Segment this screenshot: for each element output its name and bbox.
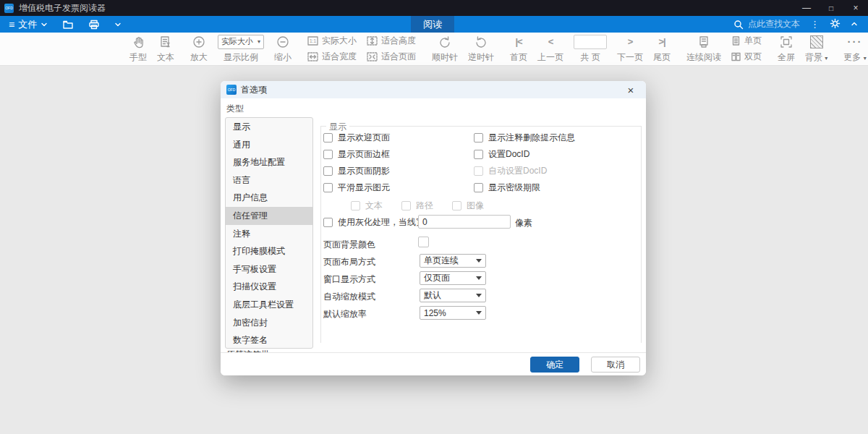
checkbox-row: 显示页面阴影 <box>323 165 390 177</box>
fit-height-icon <box>367 36 378 46</box>
sidebar-item-display[interactable]: 显示 <box>226 118 312 136</box>
window-display-label: 窗口显示方式 <box>323 273 375 286</box>
sidebar-item-print-mask[interactable]: 打印掩膜模式 <box>226 242 312 260</box>
zoom-scale-select[interactable]: 实际大小 ▾ <box>218 35 264 49</box>
sidebar-item-tablet-settings[interactable]: 手写板设置 <box>226 260 312 278</box>
sidebar-header: 类型 <box>226 103 244 115</box>
sidebar-item-user-info[interactable]: 用户信息 <box>226 189 312 207</box>
toolbar: 手型 文本 放大 实际大小 ▾ 显示比例 缩小 1:1 实际大小 <box>0 33 868 66</box>
dialog-title: 首选项 <box>241 84 621 96</box>
folder-icon <box>62 20 74 30</box>
last-page-button[interactable]: >| 尾页 <box>648 35 676 64</box>
hand-tool-button[interactable]: 手型 <box>124 35 152 64</box>
sidebar-item-annotation[interactable]: 注释 <box>226 225 312 243</box>
dialog-close-button[interactable]: × <box>621 81 640 98</box>
settings-button[interactable] <box>830 18 841 31</box>
caret-down-icon <box>476 311 482 315</box>
fit-width-label: 适合宽度 <box>322 51 357 63</box>
zoom-in-button[interactable]: 放大 <box>185 35 213 64</box>
next-page-label: 下一页 <box>617 51 643 64</box>
sidebar-item-digital-signature[interactable]: 数字签名 <box>226 331 312 349</box>
zoom-in-label: 放大 <box>190 51 208 64</box>
menu-bar: ≡ 文件 阅读 点此查找文本 ⋮ <box>0 16 868 33</box>
ok-button[interactable]: 确定 <box>530 357 579 373</box>
fullscreen-button[interactable]: 全屏 <box>773 35 800 64</box>
checkbox-label: 文本 <box>365 200 383 212</box>
single-page-button[interactable]: 单页 <box>731 35 762 47</box>
one-to-one-icon: 1:1 <box>307 36 318 46</box>
page-layout-select[interactable]: 单页连续 <box>420 254 486 268</box>
gear-icon <box>830 18 841 29</box>
fullscreen-label: 全屏 <box>778 51 795 64</box>
zoom-out-button[interactable]: 缩小 <box>269 35 297 64</box>
print-button[interactable] <box>88 20 100 30</box>
fit-width-button[interactable]: 适合宽度 <box>307 51 357 63</box>
text-select-button[interactable]: 文本 <box>152 35 179 64</box>
tab-read[interactable]: 阅读 <box>411 16 454 33</box>
last-page-label: 尾页 <box>653 51 671 64</box>
default-zoom-select[interactable]: 125% <box>420 306 486 320</box>
sidebar-item-service-address[interactable]: 服务地址配置 <box>226 153 312 171</box>
collapse-toolbar-button[interactable] <box>851 19 858 30</box>
ellipsis-icon: ··· <box>848 35 863 49</box>
checkbox-set-docid[interactable] <box>474 150 483 159</box>
cancel-button[interactable]: 取消 <box>591 357 640 373</box>
checkbox-show-security-period[interactable] <box>474 183 483 192</box>
sidebar-item-encrypted-envelope[interactable]: 加密信封 <box>226 314 312 332</box>
background-icon <box>810 35 823 49</box>
maximize-button[interactable]: □ <box>819 0 843 16</box>
sidebar-item-general[interactable]: 通用 <box>226 136 312 154</box>
toolbar-expand-button[interactable] <box>114 21 122 28</box>
rotate-clockwise-button[interactable]: 顺时针 <box>427 35 463 64</box>
checkbox-smooth-graphics[interactable] <box>323 183 333 192</box>
first-page-button[interactable]: |< 首页 <box>505 35 532 64</box>
page-bg-color-swatch[interactable] <box>418 237 429 247</box>
select-value: 仅页面 <box>424 272 450 284</box>
checkbox-row: 平滑显示图元 <box>323 182 390 194</box>
more-options-kebab-icon[interactable]: ⋮ <box>810 19 820 30</box>
rotate-counterclockwise-button[interactable]: 逆时针 <box>463 35 499 64</box>
line-width-input[interactable] <box>418 215 511 229</box>
checkbox-label: 设置DocID <box>488 148 529 161</box>
checkbox-row: 自动设置DocID <box>474 165 547 177</box>
sidebar-item-scanner-settings[interactable]: 扫描仪设置 <box>226 278 312 296</box>
fit-height-button[interactable]: 适合高度 <box>367 35 416 47</box>
preferences-dialog: OFD 首选项 × 类型 显示 通用 服务地址配置 语言 用户信息 信任管理 注… <box>221 81 646 375</box>
first-page-label: 首页 <box>510 51 527 64</box>
checkbox-show-annotation-delete-prompt[interactable] <box>474 133 483 142</box>
checkbox-show-page-border[interactable] <box>323 150 333 159</box>
search-icon <box>733 20 744 30</box>
checkbox-show-welcome-page[interactable] <box>323 133 333 142</box>
page-number-input[interactable] <box>574 35 607 49</box>
background-button[interactable]: 背景 ▾ <box>800 35 833 64</box>
fit-page-button[interactable]: 适合页面 <box>367 51 416 63</box>
file-menu[interactable]: ≡ 文件 <box>9 18 48 31</box>
checkbox-show-page-shadow[interactable] <box>323 166 333 176</box>
sidebar-item-trust-management[interactable]: 信任管理 <box>226 207 312 225</box>
window-display-select[interactable]: 仅页面 <box>420 271 486 285</box>
select-value: 单页连续 <box>424 255 459 267</box>
select-value: 默认 <box>424 289 441 302</box>
prev-page-button[interactable]: < 上一页 <box>532 35 569 64</box>
continuous-read-icon <box>697 35 711 49</box>
actual-size-button[interactable]: 1:1 实际大小 <box>307 35 357 47</box>
auto-zoom-select[interactable]: 默认 <box>420 289 486 302</box>
close-button[interactable]: × <box>843 0 868 16</box>
checkbox-row: 显示页面边框 <box>323 148 390 161</box>
next-page-button[interactable]: > 下一页 <box>612 35 648 64</box>
double-page-button[interactable]: 双页 <box>731 51 762 63</box>
checkbox-path <box>401 201 411 210</box>
checkbox-row: 图像 <box>452 200 484 212</box>
checkbox-row: 设置DocID <box>474 148 529 161</box>
more-button[interactable]: ··· 更多 ▾ <box>838 35 868 64</box>
open-file-button[interactable] <box>62 20 74 30</box>
search-text-button[interactable]: 点此查找文本 <box>733 18 800 30</box>
sidebar-item-language[interactable]: 语言 <box>226 171 312 190</box>
continuous-read-button[interactable]: 连续阅读 <box>681 35 726 64</box>
sidebar-item-bottom-toolbar[interactable]: 底层工具栏设置 <box>226 296 312 314</box>
double-page-icon <box>731 52 741 61</box>
checkbox-gray-processing[interactable] <box>323 218 333 227</box>
checkbox-label: 图像 <box>467 200 484 212</box>
minimize-button[interactable]: — <box>794 0 819 16</box>
caret-down-icon <box>476 259 482 263</box>
